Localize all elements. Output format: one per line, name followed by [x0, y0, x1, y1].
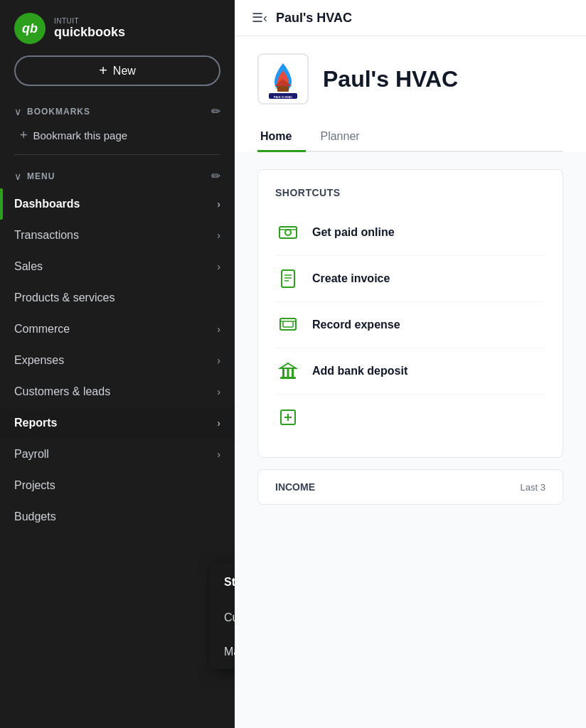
custom-reports-label: Custom reports	[224, 611, 235, 624]
quickbooks-logo: qb	[14, 13, 46, 44]
reports-label: Reports	[14, 417, 57, 429]
add-bank-deposit-label: Add bank deposit	[312, 365, 407, 378]
svg-rect-7	[282, 270, 294, 287]
company-logo: PAUL'S HVAC	[257, 53, 309, 105]
income-time-label: Last 3	[521, 482, 545, 493]
record-expense-icon	[275, 312, 301, 338]
shortcut-get-started[interactable]	[275, 395, 545, 440]
create-invoice-icon	[275, 266, 301, 291]
shortcut-get-paid-online[interactable]: Get paid online	[275, 210, 545, 256]
add-bank-deposit-icon	[275, 358, 301, 384]
sidebar-item-transactions[interactable]: Transactions ›	[0, 220, 235, 251]
bookmarks-title: BOOKMARKS	[27, 107, 90, 117]
sidebar-header: qb INTUIT quickbooks	[0, 0, 235, 55]
income-bar: INCOME Last 3	[257, 469, 563, 505]
customers-leads-label: Customers & leads	[14, 385, 110, 398]
bookmarks-header: ∨ BOOKMARKS ✏	[14, 97, 220, 122]
svg-rect-4	[279, 227, 297, 238]
topbar: ☰‹ Paul's HVAC	[235, 0, 586, 36]
brand-text: INTUIT quickbooks	[54, 17, 125, 40]
divider-1	[14, 154, 220, 155]
menu-section-header: ∨ MENU ✏	[0, 158, 235, 188]
bookmark-this-page[interactable]: + Bookmark this page	[14, 122, 220, 151]
bookmarks-edit-icon[interactable]: ✏	[211, 105, 220, 118]
new-button[interactable]: + New	[14, 55, 220, 86]
menu-chevron-icon: ∨	[14, 171, 21, 182]
get-paid-online-label: Get paid online	[312, 226, 395, 239]
sidebar-nav: Dashboards › Transactions › Sales › Prod…	[0, 188, 235, 728]
sidebar-item-budgets[interactable]: Budgets	[0, 501, 235, 532]
company-name: Paul's HVAC	[323, 66, 458, 92]
sales-chevron-icon: ›	[217, 261, 220, 272]
create-invoice-label: Create invoice	[312, 272, 390, 285]
expenses-chevron-icon: ›	[217, 355, 220, 366]
commerce-label: Commerce	[14, 323, 70, 336]
new-plus-icon: +	[99, 63, 107, 79]
standard-reports-label: Standard reports	[224, 576, 235, 589]
topbar-company-name: Paul's HVAC	[276, 11, 352, 26]
menu-edit-icon[interactable]: ✏	[211, 169, 220, 183]
content-area: SHORTCUTS Get paid online	[235, 152, 586, 728]
company-logo-svg: PAUL'S HVAC	[262, 58, 304, 100]
svg-rect-16	[282, 368, 284, 377]
payroll-label: Payroll	[14, 448, 49, 461]
commerce-chevron-icon: ›	[217, 323, 220, 335]
get-started-icon	[275, 405, 301, 430]
svg-text:PAUL'S HVAC: PAUL'S HVAC	[274, 95, 292, 99]
intuit-label: INTUIT	[54, 17, 125, 25]
shortcuts-title: SHORTCUTS	[275, 187, 545, 198]
submenu-item-management-reports[interactable]: Management reports	[210, 635, 235, 669]
tab-planner[interactable]: Planner	[317, 122, 373, 152]
main-content: ☰‹ Paul's HVAC	[235, 0, 586, 728]
tab-home[interactable]: Home	[257, 122, 306, 152]
sidebar-item-sales[interactable]: Sales ›	[0, 251, 235, 282]
dashboards-chevron-icon: ›	[217, 198, 220, 210]
svg-rect-18	[292, 368, 294, 377]
payroll-chevron-icon: ›	[217, 449, 220, 460]
shortcuts-card: SHORTCUTS Get paid online	[257, 169, 563, 458]
tabs-row: Home Planner	[257, 122, 563, 152]
reports-chevron-icon: ›	[217, 417, 220, 429]
record-expense-label: Record expense	[312, 318, 400, 331]
bookmarks-section: ∨ BOOKMARKS ✏ + Bookmark this page	[0, 97, 235, 151]
company-header: PAUL'S HVAC Paul's HVAC	[257, 53, 563, 105]
svg-rect-12	[283, 321, 293, 327]
sidebar-item-payroll[interactable]: Payroll ›	[0, 439, 235, 470]
dashboards-label: Dashboards	[14, 198, 80, 210]
customers-leads-chevron-icon: ›	[217, 386, 220, 397]
sidebar-item-reports[interactable]: Reports ›	[0, 407, 235, 439]
sidebar-item-products-services[interactable]: Products & services	[0, 282, 235, 314]
products-services-label: Products & services	[14, 291, 114, 304]
company-section: PAUL'S HVAC Paul's HVAC Home Planner	[235, 36, 586, 152]
budgets-label: Budgets	[14, 510, 56, 523]
shortcut-add-bank-deposit[interactable]: Add bank deposit	[275, 348, 545, 395]
transactions-label: Transactions	[14, 229, 79, 242]
svg-rect-17	[287, 368, 289, 377]
shortcut-create-invoice[interactable]: Create invoice	[275, 256, 545, 302]
bookmark-label: Bookmark this page	[33, 129, 128, 141]
sidebar-item-dashboards[interactable]: Dashboards ›	[0, 188, 235, 220]
reports-submenu: Standard reports 🔖 Custom reports Manage…	[210, 564, 235, 669]
sidebar-item-projects[interactable]: Projects	[0, 470, 235, 501]
get-paid-online-icon	[275, 220, 301, 245]
menu-title: MENU	[27, 171, 55, 181]
income-title: INCOME	[275, 481, 315, 493]
bookmarks-chevron-icon: ∨	[14, 106, 21, 117]
quickbooks-label: quickbooks	[54, 25, 125, 40]
sidebar-item-customers-leads[interactable]: Customers & leads ›	[0, 376, 235, 407]
svg-rect-19	[280, 377, 296, 379]
transactions-chevron-icon: ›	[217, 230, 220, 241]
sidebar-item-expenses[interactable]: Expenses ›	[0, 345, 235, 376]
shortcut-record-expense[interactable]: Record expense	[275, 302, 545, 348]
submenu-item-custom-reports[interactable]: Custom reports	[210, 601, 235, 635]
submenu-item-standard-reports[interactable]: Standard reports 🔖	[210, 564, 235, 601]
svg-marker-15	[280, 363, 296, 368]
sidebar-item-commerce[interactable]: Commerce ›	[0, 314, 235, 345]
management-reports-label: Management reports	[224, 646, 235, 658]
bookmark-plus-icon: +	[20, 128, 28, 143]
sales-label: Sales	[14, 260, 43, 273]
sidebar: qb INTUIT quickbooks + New ∨ BOOKMARKS ✏…	[0, 0, 235, 728]
expenses-label: Expenses	[14, 354, 64, 367]
projects-label: Projects	[14, 479, 55, 492]
topbar-menu-icon[interactable]: ☰‹	[252, 10, 267, 26]
